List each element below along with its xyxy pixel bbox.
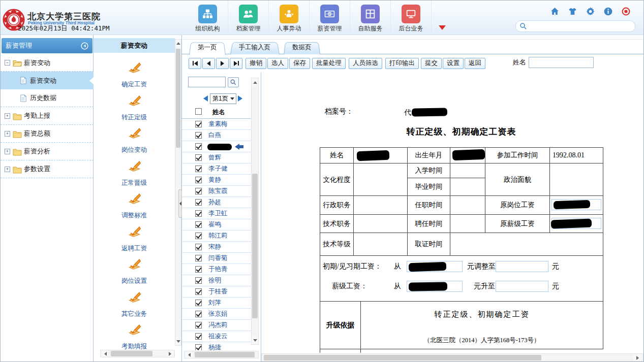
person-checkbox[interactable] [195,311,202,317]
form-hscrollbar[interactable] [261,353,643,361]
people-search-input[interactable] [188,77,226,87]
person-checkbox[interactable] [195,333,202,340]
person-name-link[interactable]: 闫香菊 [208,254,228,262]
person-row-4[interactable]: 曾辉 [182,152,251,163]
sidebar-folder-1[interactable]: +考勤上报 [1,107,94,125]
person-checkbox[interactable] [195,154,202,161]
people-vscrollbar[interactable] [251,78,259,345]
person-row-13[interactable]: 闫香菊 [182,253,251,264]
toolbar-button-7[interactable]: 提交 [421,58,442,69]
person-row-14[interactable]: 于艳青 [182,264,251,275]
person-name-link[interactable]: 孙超 [208,198,221,207]
person-row-16[interactable]: 于桂香 [182,286,251,298]
toolbar-button-2[interactable]: 选人 [267,58,288,69]
person-row-18[interactable]: 张京娟 [182,309,251,320]
toolbar-button-3[interactable]: 保存 [289,58,310,69]
person-name-link[interactable]: 曾辉 [208,153,221,162]
top-nav-item-2[interactable]: 档案管理 [228,1,269,35]
scroll-right-icon[interactable] [166,350,173,357]
initial-salary-from-input[interactable] [407,261,463,272]
person-checkbox[interactable] [195,121,202,127]
home-icon[interactable] [550,7,559,16]
tab-2[interactable]: 手工输入页 [230,41,280,54]
person-name-link[interactable]: 杨捷 [208,343,221,350]
first-page-button[interactable] [189,58,201,69]
person-row-9[interactable]: 李卫虹 [182,208,251,219]
person-checkbox[interactable] [195,277,202,284]
page-prev-icon[interactable] [203,95,208,102]
person-row-20[interactable]: 祖凌云 [182,331,251,342]
person-name-link[interactable]: 刘萍 [208,299,221,307]
orig-post-salary-input[interactable] [551,199,601,210]
person-checkbox[interactable] [195,210,202,217]
more-menu-arrow-icon[interactable] [439,25,446,30]
person-name-link[interactable]: 于桂香 [208,287,228,296]
panel-splitter-handle[interactable] [178,189,182,218]
person-name-link[interactable]: 李卫虹 [208,209,228,218]
icon-panel-item-8[interactable]: 其它业务 [94,291,175,318]
sidebar-folder-4[interactable]: +参数设置 [1,160,94,178]
scroll-down-icon[interactable] [175,338,181,345]
person-checkbox[interactable] [195,199,202,206]
expand-icon[interactable]: + [5,113,10,119]
next-page-button[interactable] [216,58,229,69]
scroll-up-icon[interactable] [175,40,181,47]
person-row-2[interactable]: 白燕 [182,130,251,141]
person-checkbox[interactable] [195,244,202,250]
person-row-5[interactable]: 李子健 [182,163,251,175]
person-row-19[interactable]: 冯杰莉 [182,320,251,331]
toolbar-button-9[interactable]: 返回 [465,58,485,69]
select-all-checkbox[interactable] [195,108,202,115]
person-name-link[interactable]: 童素梅 [208,120,228,128]
sidebar-collapse-icon[interactable] [81,42,88,50]
icon-panel-item-6[interactable]: 返聘工资 [94,225,175,253]
person-checkbox[interactable] [195,143,202,150]
icon-panel-item-1[interactable]: 确定工资 [94,61,175,89]
person-row-10[interactable]: 崔鸣 [182,219,251,231]
person-row-15[interactable]: 徐明 [182,275,251,286]
scroll-thumb[interactable] [111,351,152,356]
person-name-link[interactable]: 崔鸣 [208,220,221,229]
person-row-1[interactable]: 童素梅 [182,119,251,130]
people-search-button[interactable] [228,77,239,87]
settings-icon[interactable] [586,7,595,16]
toolbar-button-5[interactable]: 人员筛选 [349,58,382,69]
scroll-down-icon[interactable] [252,336,258,344]
sidebar-item-history-data[interactable]: 历史数据 [1,89,94,107]
person-row-11[interactable]: 韩江莉 [182,231,251,242]
initial-salary-to-input[interactable] [496,261,548,272]
person-name-link[interactable]: 李子健 [208,164,228,173]
top-nav-item-1[interactable]: 组织机构 [188,1,228,35]
person-checkbox[interactable] [195,177,202,183]
sidebar-item-salary-change[interactable]: 薪资变动 [1,72,94,89]
grade-salary-from-input[interactable] [407,281,463,292]
scroll-left-icon[interactable] [186,351,193,358]
icon-panel-item-7[interactable]: 岗位设置 [94,258,175,285]
sidebar-item-salary-change-root[interactable]: − 薪资变动 [1,54,94,72]
person-row-6[interactable]: 黄静 [182,175,251,186]
person-checkbox[interactable] [195,188,202,194]
person-checkbox[interactable] [195,132,202,139]
person-name-link[interactable]: 冯杰莉 [208,321,228,330]
person-name-link[interactable]: 于艳青 [208,265,228,274]
toolbar-button-6[interactable]: 打印输出 [385,58,419,69]
page-next-icon[interactable] [238,95,242,102]
person-checkbox[interactable] [195,322,202,328]
sidebar-folder-3[interactable]: +薪资分析 [1,143,94,160]
people-hscrollbar[interactable] [184,351,259,358]
icon-panel-item-5[interactable]: 调整标准 [94,192,175,220]
person-row-7[interactable]: 陈宝霞 [182,186,251,197]
expand-icon[interactable]: + [5,167,10,172]
scroll-thumb[interactable] [264,355,541,360]
grade-salary-to-input[interactable] [496,281,548,292]
global-search-input[interactable] [527,23,635,30]
orig-grade-salary-input[interactable] [551,218,601,229]
icon-panel-hscrollbar[interactable] [100,350,175,357]
person-name-link[interactable]: 徐明 [208,276,221,285]
top-nav-item-3[interactable]: 人事异动 [269,1,310,35]
person-checkbox[interactable] [195,288,202,295]
scroll-left-icon[interactable] [102,350,109,357]
toolbar-button-4[interactable]: 批量处理 [312,58,346,69]
scroll-thumb[interactable] [252,174,258,318]
scroll-thumb[interactable] [176,49,180,148]
